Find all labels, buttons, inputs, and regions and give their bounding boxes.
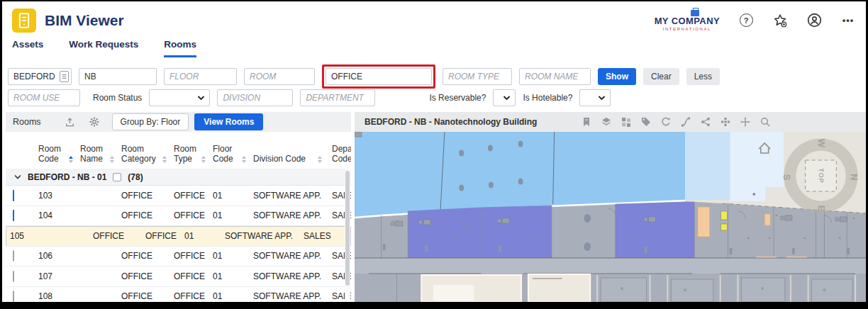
show-button[interactable]: Show [598,68,636,85]
collapse-chevron-icon [14,174,21,179]
layers-icon[interactable] [601,116,612,128]
gear-icon[interactable] [88,116,101,128]
company-logo: MY COMPANY INTERNATIONAL [655,10,720,31]
compass-south: S [781,174,792,181]
viewer-titlebar: BEDFORD - NB - Nanotechnology Building [355,112,866,132]
favorites-star-icon[interactable] [772,13,788,28]
viewcube-top-label: TOP [818,168,825,183]
site-filter-input[interactable] [79,68,157,85]
chevron-down-icon [503,96,511,101]
view-rooms-button[interactable]: View Rooms [194,113,263,130]
group-header-row[interactable]: BEDFORD - NB - 01 (78) [6,169,351,186]
column-header-room-code[interactable]: Room Code [31,145,73,164]
column-header-room-type[interactable]: Room Type [167,145,206,164]
is-hotelable-label: Is Hotelable? [523,93,572,103]
pan-icon[interactable] [740,116,751,128]
views-grid-icon[interactable] [621,116,632,128]
value-picker-icon[interactable] [60,71,69,82]
room-use-filter-input[interactable] [8,89,80,106]
table-header-row: Room Code Room Name Room Category Room T… [6,132,351,169]
walkthrough-path-icon[interactable] [680,116,691,128]
room-standard-filter-input[interactable] [326,68,432,85]
row-checkbox[interactable] [13,190,14,201]
is-reservable-select[interactable] [493,89,516,106]
tab-work-requests[interactable]: Work Requests [69,39,138,55]
room-status-label: Room Status [93,93,142,103]
is-reservable-label: Is Reservable? [429,93,486,103]
page-title: BIM Viewer [45,12,124,29]
account-icon[interactable] [806,13,822,28]
room-filter-input[interactable] [244,68,315,85]
compass-west: W [816,139,827,148]
column-header-department-code[interactable]: Department Code [325,145,351,164]
chevron-down-icon [598,96,606,101]
annotation-highlight-box [322,64,435,89]
group-select-checkbox[interactable] [113,173,121,181]
floorplan-canvas[interactable]: W S N E TOP [355,132,866,302]
column-header-room-name[interactable]: Room Name [73,145,114,164]
less-button[interactable]: Less [686,68,720,85]
zoom-search-icon[interactable] [760,116,771,128]
group-by-button[interactable]: Group By: Floor [112,113,189,130]
table-scrollbar[interactable] [345,169,350,302]
export-icon[interactable] [64,116,77,128]
rooms-panel: Rooms [6,112,351,302]
app-window: BIM Viewer MY COMPANY INTERNATIONAL ? [2,1,866,302]
app-header: BIM Viewer MY COMPANY INTERNATIONAL ? [2,1,866,39]
table-row[interactable]: 108 OFFICE OFFICE 01 SOFTWARE APP. SALES [6,287,351,303]
viewer-title: BEDFORD - NB - Nanotechnology Building [365,117,537,127]
row-checkbox[interactable] [13,250,14,262]
theme-cluster-icon[interactable] [720,116,731,128]
bookmark-icon[interactable] [581,116,592,128]
tab-assets[interactable]: Assets [12,39,43,55]
tag-icon[interactable] [640,116,652,128]
filter-console: Show Clear Less Room Status Is Reservabl… [2,62,866,106]
room-name-filter-input[interactable] [519,68,591,85]
is-hotelable-select[interactable] [579,89,611,106]
rooms-panel-title: Rooms [13,117,41,127]
column-header-floor-code[interactable]: Floor Code [206,145,246,164]
room-status-select[interactable] [149,89,210,106]
division-filter-input[interactable] [217,89,293,106]
group-count: (78) [128,172,143,182]
help-icon[interactable]: ? [738,13,754,28]
table-row[interactable]: 107 OFFICE OFFICE 01 SOFTWARE APP. SALES [6,266,351,287]
row-checkbox[interactable] [13,271,14,282]
rooms-panel-toolbar: Rooms [6,112,351,132]
table-row-selected[interactable]: 105 OFFICE OFFICE 01 SOFTWARE APP. SALES [6,226,351,247]
refresh-icon[interactable] [660,116,672,128]
more-menu-icon[interactable]: ••• [840,13,856,28]
room-type-filter-input[interactable] [443,68,512,85]
column-header-division-code[interactable]: Division Code [246,154,325,164]
scrollbar-thumb[interactable] [345,171,350,286]
table-row[interactable]: 106 OFFICE OFFICE 01 SOFTWARE APP. SALES [6,247,351,267]
row-checkbox[interactable] [13,291,14,302]
floorplan-viewer: BEDFORD - NB - Nanotechnology Building [355,112,866,302]
chevron-down-icon [197,96,205,101]
column-header-room-category[interactable]: Room Category [114,145,167,164]
table-row[interactable]: 103 OFFICE OFFICE 01 SOFTWARE APP. SALES [6,186,351,206]
briefcase-icon [691,10,699,16]
compass-north: N [849,174,859,180]
row-checkbox[interactable] [13,210,14,221]
share-icon[interactable] [700,116,711,128]
main-tabs: Assets Work Requests Rooms [2,39,866,62]
group-label: BEDFORD - NB - 01 [28,172,106,182]
sort-icon [318,156,322,164]
department-filter-input[interactable] [300,89,375,106]
compass-east: E [816,206,827,212]
table-row[interactable]: 104 OFFICE OFFICE 01 SOFTWARE APP. SALES [6,206,351,227]
floor-filter-input[interactable] [164,68,237,85]
tab-rooms[interactable]: Rooms [164,39,196,57]
clear-button[interactable]: Clear [643,68,679,85]
app-logo-icon[interactable] [12,9,36,33]
